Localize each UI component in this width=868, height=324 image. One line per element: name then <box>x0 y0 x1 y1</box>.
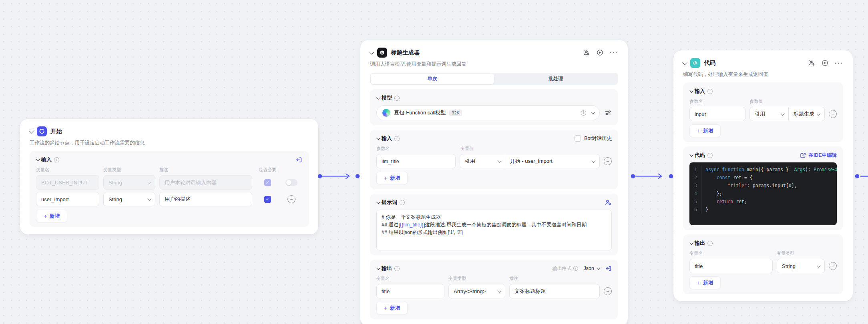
model-select[interactable]: 豆包·Function call模型 32K i <box>376 105 600 120</box>
add-variable-button[interactable]: +新增 <box>376 302 408 314</box>
start-node[interactable]: 开始 工作流的起始节点，用于设定启动工作流需要的信息 输入 i 变量名 变量类型… <box>20 119 318 234</box>
required-checkbox[interactable]: ✓ <box>264 196 271 203</box>
code-output-card: 输出 i 变量名 变量类型 String − +新增 <box>683 234 843 294</box>
chevron-down-icon[interactable] <box>376 136 380 140</box>
add-param-button[interactable]: +新增 <box>689 124 721 137</box>
start-output-port[interactable] <box>318 174 322 178</box>
param-name-input[interactable] <box>695 111 740 117</box>
prompt-line: ## 结果以json的形式输出例如['1', '2'] <box>382 229 607 236</box>
code-line: 5 return ret; <box>689 198 837 206</box>
column-label: 参数值 <box>749 98 763 104</box>
variable-desc-input[interactable] <box>165 180 247 186</box>
test-run-warning-icon[interactable] <box>808 60 815 66</box>
variable-type-select[interactable]: String <box>103 175 155 190</box>
info-icon[interactable]: i <box>581 110 586 116</box>
ref-type-select[interactable]: 引用 <box>750 107 788 121</box>
chevron-down-icon[interactable] <box>376 266 380 270</box>
prompt-textarea[interactable]: # 你是一个文案标题生成器 ## 通过[{{llm_title}}]这段描述,帮… <box>376 210 612 250</box>
bot-history-checkbox[interactable] <box>575 135 581 142</box>
ref-value-select[interactable]: 开始 - user_import <box>505 154 599 168</box>
chevron-down-icon[interactable] <box>376 96 380 100</box>
chevron-down-icon[interactable] <box>689 241 693 245</box>
variable-type-select[interactable]: Array<String> <box>448 284 505 298</box>
chevron-down-icon <box>781 112 785 116</box>
variable-name-input[interactable] <box>41 196 94 202</box>
model-card: 模型 i 豆包·Function call模型 32K i <box>370 89 618 125</box>
test-run-warning-icon[interactable] <box>583 49 590 56</box>
context-length-badge: 32K <box>449 110 462 116</box>
code-card: 代码 i 在IDE中编辑 1async function main({ para… <box>683 146 843 230</box>
code-output-port[interactable] <box>855 174 859 178</box>
edge-code-outgoing <box>854 172 868 180</box>
section-title: 输出 <box>382 265 392 272</box>
variable-name-input[interactable] <box>41 180 94 186</box>
chevron-down-icon <box>592 159 596 163</box>
run-node-icon[interactable] <box>597 49 603 56</box>
section-title: 模型 <box>382 94 392 102</box>
add-param-button[interactable]: +新增 <box>376 172 408 184</box>
llm-output-port[interactable] <box>631 174 635 178</box>
column-label: 变量类型 <box>777 250 794 256</box>
remove-row-button[interactable]: − <box>287 195 295 203</box>
chevron-down-icon[interactable] <box>36 157 40 161</box>
chevron-down-icon[interactable] <box>689 153 693 157</box>
remove-row-button[interactable]: − <box>829 110 837 118</box>
variable-name-input[interactable] <box>695 263 768 269</box>
code-line: 2 const ret = { <box>689 174 837 182</box>
workflow-canvas[interactable]: 开始 工作流的起始节点，用于设定启动工作流需要的信息 输入 i 变量名 变量类型… <box>0 0 868 324</box>
chevron-down-icon[interactable] <box>29 128 34 133</box>
llm-node[interactable]: 标题生成器 ··· 调用大语言模型,使用变量和提示词生成回复 单次 批处理 模型… <box>360 40 628 324</box>
remove-row-button[interactable]: − <box>604 157 612 165</box>
enable-toggle[interactable] <box>285 179 297 186</box>
column-label: 变量名 <box>689 250 773 256</box>
tab-single[interactable]: 单次 <box>371 74 494 84</box>
more-options-icon[interactable]: ··· <box>610 49 618 56</box>
code-node[interactable]: 代码 ··· 编写代码，处理输入变量来生成返回值 输入 i 参数名 参数值 <box>673 50 853 301</box>
prompt-line: ## 通过[{{llm_title}}]这段描述,帮我生成一个简短的幽默调皮的标… <box>382 221 607 229</box>
run-node-icon[interactable] <box>822 60 828 66</box>
param-name-input[interactable] <box>382 158 450 164</box>
plus-icon: + <box>44 213 47 219</box>
llm-output-card: 输出 i 输出格式i Json 变量名 变量类型 描述 Array<String… <box>370 260 618 319</box>
add-variable-button[interactable]: +新增 <box>36 210 67 222</box>
add-variable-button[interactable]: +新增 <box>689 276 721 289</box>
variable-type-select[interactable]: String <box>103 192 155 206</box>
table-row: String ✓ − <box>36 192 302 206</box>
llm-input-port[interactable] <box>356 174 360 178</box>
node-description: 调用大语言模型,使用变量和提示词生成回复 <box>370 61 618 68</box>
table-row: String ✓ <box>36 175 302 190</box>
variable-name-input[interactable] <box>382 288 439 294</box>
chevron-down-icon <box>497 289 501 293</box>
code-editor[interactable]: 1async function main({ params }: Args): … <box>689 162 837 225</box>
chevron-down-icon <box>817 264 821 268</box>
chevron-down-icon[interactable] <box>689 89 693 93</box>
ref-value-select[interactable]: 标题生成器 - <box>789 107 824 121</box>
prompt-card: 提示词 i # 你是一个文案标题生成器 ## 通过[{{llm_title}}]… <box>370 194 618 255</box>
variable-desc-input[interactable] <box>165 196 247 202</box>
model-settings-icon[interactable] <box>605 109 612 116</box>
ref-type-select[interactable]: 引用 <box>460 154 505 168</box>
remove-row-button[interactable]: − <box>604 287 612 295</box>
plus-icon: + <box>697 128 700 134</box>
import-params-icon[interactable] <box>605 265 612 272</box>
section-title: 输入 <box>41 156 52 163</box>
chevron-down-icon <box>597 266 601 270</box>
code-input-port[interactable] <box>669 174 673 178</box>
chevron-down-icon[interactable] <box>369 49 374 54</box>
more-options-icon[interactable]: ··· <box>835 60 843 66</box>
remove-row-button[interactable]: − <box>829 262 837 270</box>
chevron-down-icon[interactable] <box>682 60 687 65</box>
chevron-down-icon[interactable] <box>376 200 380 204</box>
edit-in-ide-button[interactable]: 在IDE中编辑 <box>800 152 837 159</box>
plus-icon: + <box>384 305 387 311</box>
run-mode-tabs: 单次 批处理 <box>370 73 618 85</box>
column-label: 变量值 <box>460 146 474 152</box>
tab-batch[interactable]: 批处理 <box>494 74 617 84</box>
prompt-optimize-icon[interactable] <box>605 199 612 206</box>
output-format-select[interactable]: Json <box>584 266 599 271</box>
required-checkbox[interactable]: ✓ <box>264 179 271 186</box>
code-line: 3 "title": params.input[0], <box>689 182 837 190</box>
import-params-icon[interactable] <box>295 156 302 163</box>
variable-desc-input[interactable] <box>514 288 595 294</box>
variable-type-select[interactable]: String <box>777 259 825 273</box>
